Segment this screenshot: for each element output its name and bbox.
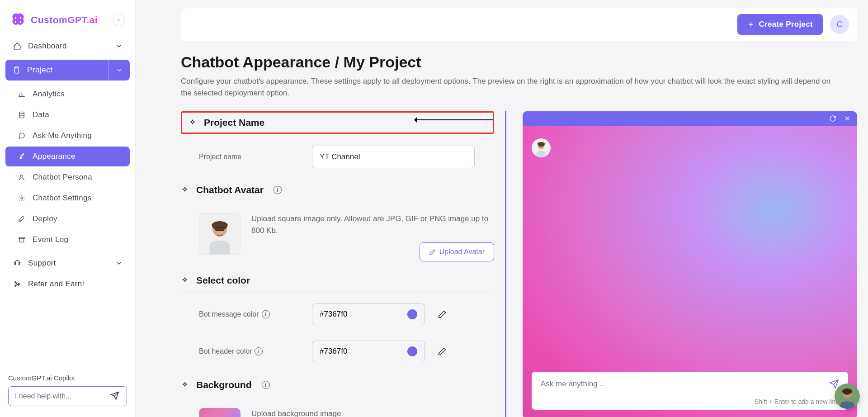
- upload-avatar-button[interactable]: Upload Avatar: [420, 242, 494, 261]
- section-title: Project Name: [204, 117, 264, 128]
- edit-header-color-button[interactable]: [434, 343, 450, 360]
- brand-name: CustomGPT: [31, 14, 87, 25]
- project-name-input[interactable]: [312, 146, 475, 168]
- nav-support[interactable]: Support: [5, 253, 130, 273]
- chat-hint: Shift + Enter to add a new line: [541, 398, 839, 405]
- clipboard-icon: [13, 66, 21, 74]
- section-title: Background: [196, 379, 252, 390]
- rocket-icon: [17, 215, 26, 223]
- header-color-label: Bot header color: [199, 347, 252, 355]
- background-preview: [199, 408, 241, 417]
- edit-message-color-button[interactable]: [434, 306, 450, 322]
- headphones-icon: [13, 259, 22, 267]
- page-title: Chatbot Appearance / My Project: [181, 53, 857, 71]
- section-background: Background i: [181, 374, 494, 396]
- avatar-preview: [199, 213, 241, 255]
- page-subtitle: Configure your chatbot's appearance. The…: [181, 76, 832, 99]
- nav-appearance[interactable]: Appearance: [5, 147, 130, 166]
- message-color-value: #7367f0: [320, 310, 347, 319]
- info-icon[interactable]: i: [255, 347, 263, 355]
- chevron-down-icon: [115, 260, 123, 267]
- sparkle-icon: [181, 186, 189, 194]
- copilot-input[interactable]: [15, 392, 110, 400]
- sidebar: CustomGPT.ai ● Dashboard Project Analyti…: [0, 0, 136, 417]
- nav-data[interactable]: Data: [5, 105, 130, 125]
- svg-point-0: [15, 17, 17, 19]
- nav-item-label: Chatbot Persona: [33, 173, 92, 182]
- color-swatch: [407, 346, 417, 356]
- pencil-icon: [429, 249, 436, 256]
- create-project-button[interactable]: Create Project: [737, 14, 823, 35]
- copilot-input-wrap[interactable]: [8, 386, 127, 406]
- header-color-value: #7367f0: [320, 347, 347, 356]
- nav-eventlog[interactable]: Event Log: [5, 230, 130, 250]
- svg-point-8: [21, 197, 23, 199]
- settings-toggle-button[interactable]: ●: [113, 14, 125, 26]
- nav-item-label: Ask Me Anything: [33, 131, 92, 140]
- svg-point-7: [20, 175, 23, 177]
- color-swatch: [407, 309, 417, 319]
- section-color: Select color: [181, 270, 494, 292]
- archive-icon: [17, 236, 26, 243]
- brush-icon: [17, 153, 26, 160]
- nav-analytics[interactable]: Analytics: [5, 84, 130, 104]
- nav-refer-label: Refer and Earn!: [28, 280, 85, 289]
- section-title: Select color: [196, 275, 250, 286]
- user-icon: [17, 174, 26, 181]
- project-chevron-button[interactable]: [108, 60, 130, 81]
- send-icon[interactable]: [110, 391, 120, 401]
- section-title: Chatbot Avatar: [196, 185, 264, 195]
- nav-dashboard-label: Dashboard: [28, 42, 67, 51]
- topbar: Create Project C: [181, 8, 857, 41]
- create-project-label: Create Project: [759, 20, 813, 29]
- nav-item-label: Event Log: [33, 235, 68, 244]
- section-avatar: Chatbot Avatar i: [181, 179, 494, 201]
- user-avatar[interactable]: C: [830, 15, 849, 34]
- svg-point-2: [15, 21, 17, 23]
- copilot-title: CustomGPT.ai Copilot: [8, 374, 127, 382]
- section-project-name: Project Name: [181, 111, 494, 134]
- nav-item-label: Analytics: [33, 90, 65, 99]
- nav-project-label: Project: [27, 66, 52, 75]
- refresh-button[interactable]: [829, 115, 836, 122]
- chatbot-preview: Shift + Enter to add a new line: [523, 111, 857, 417]
- svg-point-5: [19, 112, 24, 114]
- info-icon[interactable]: i: [262, 310, 270, 318]
- help-fab[interactable]: [835, 384, 860, 409]
- chat-bot-avatar: [532, 138, 551, 157]
- message-color-label: Bot message color: [199, 310, 259, 318]
- chat-input[interactable]: [541, 379, 829, 389]
- plus-icon: [747, 21, 755, 28]
- chart-icon: [17, 90, 26, 98]
- nav-dashboard[interactable]: Dashboard: [5, 36, 130, 56]
- gear-icon: [17, 194, 26, 202]
- nav-chatbot-settings[interactable]: Chatbot Settings: [5, 188, 130, 208]
- info-icon[interactable]: i: [274, 186, 282, 194]
- nav-item-label: Appearance: [33, 152, 75, 161]
- svg-point-6: [20, 157, 22, 159]
- brain-icon: [10, 12, 26, 28]
- nav-deploy[interactable]: Deploy: [5, 209, 130, 229]
- nav-item-label: Data: [33, 110, 49, 119]
- sparkle-icon: [181, 276, 189, 284]
- nav-item-label: Deploy: [33, 214, 57, 223]
- message-color-input[interactable]: #7367f0: [312, 303, 425, 325]
- close-button[interactable]: [844, 115, 851, 122]
- nav-project[interactable]: Project: [5, 60, 108, 81]
- sparkle-icon: [181, 381, 189, 389]
- info-icon[interactable]: i: [262, 381, 270, 389]
- svg-rect-9: [19, 237, 24, 239]
- brand-logo[interactable]: CustomGPT.ai: [10, 12, 98, 28]
- header-color-input[interactable]: #7367f0: [312, 341, 425, 362]
- chat-icon: [17, 132, 26, 139]
- avatar-help-text: Upload square image only. Allowed are JP…: [251, 213, 494, 236]
- nav-persona[interactable]: Chatbot Persona: [5, 167, 130, 187]
- svg-point-3: [20, 21, 22, 23]
- nav-refer[interactable]: Refer and Earn!: [5, 274, 130, 294]
- home-icon: [13, 42, 22, 50]
- upload-avatar-label: Upload Avatar: [439, 248, 485, 256]
- sparkle-icon: [189, 118, 197, 127]
- nav-ask[interactable]: Ask Me Anything: [5, 126, 130, 146]
- nav-item-label: Chatbot Settings: [33, 194, 92, 203]
- background-help-text: Upload background image: [251, 408, 494, 417]
